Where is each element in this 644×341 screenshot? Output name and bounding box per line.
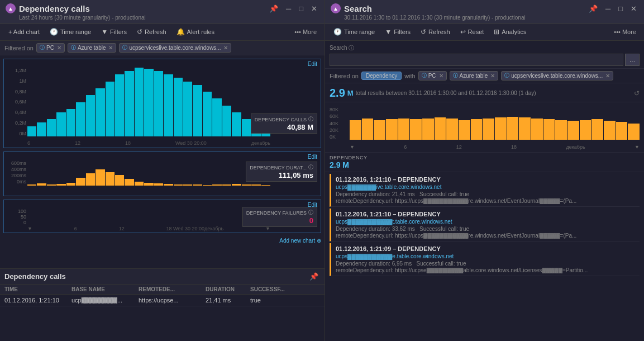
main-chart-edit[interactable]: Edit xyxy=(308,61,317,67)
left-toolbar: + Add chart 🕐 Time range ▼ Filters ↺ Ref… xyxy=(0,23,325,41)
right-chart-bar xyxy=(422,119,434,140)
right-filter-tag-pc-close[interactable]: ✕ xyxy=(439,73,443,79)
right-refresh-button[interactable]: ↺ Refresh xyxy=(417,26,454,37)
left-more-button[interactable]: ••• More xyxy=(291,27,320,37)
main-bar xyxy=(96,88,104,136)
right-pin-button[interactable]: 📌 xyxy=(587,4,599,13)
filter-tag-pc-close[interactable]: ✕ xyxy=(57,45,61,51)
right-chart-bar xyxy=(604,121,616,140)
cell-base: ucp▓▓▓▓▓▓▓▓... xyxy=(71,297,139,304)
right-filter-tag-url-close[interactable]: ✕ xyxy=(605,73,610,79)
right-filter-tag-url[interactable]: ⓘ ucpserviceslive.table.core.windows... … xyxy=(501,71,613,80)
result-item[interactable]: 01.12.2016, 1:21:10 – DEPENDENCY ucps▓▓▓… xyxy=(330,174,640,207)
search-input[interactable] xyxy=(330,54,623,66)
main-bar xyxy=(27,126,36,136)
right-toolbar: 🕐 Time range ▼ Filters ↺ Refresh ↩ Reset… xyxy=(325,23,644,41)
main-bar xyxy=(66,109,75,136)
result-url-2: ucps▓▓▓▓▓▓▓▓▓▓▓e.table.core.windows.net xyxy=(336,253,635,259)
time-range-button[interactable]: 🕐 Time range xyxy=(46,26,95,37)
right-reset-button[interactable]: ↩ Reset xyxy=(456,26,488,37)
result-summary: 2.9 M total results between 30.11.2016 1… xyxy=(325,83,644,102)
table-column-headers: TIME BASE NAME REMOTEDE... DURATION SUCC… xyxy=(0,285,325,295)
filter-tag-url-close[interactable]: ✕ xyxy=(223,45,228,51)
main-bar xyxy=(154,71,163,136)
add-new-chart-button[interactable]: Add new chart ⊕ xyxy=(0,236,325,245)
main-bar xyxy=(183,82,192,136)
right-chart-bar xyxy=(362,119,374,140)
left-maximize-button[interactable]: □ xyxy=(297,4,305,13)
duration-chart-edit[interactable]: Edit xyxy=(308,154,317,160)
right-chart-bar xyxy=(591,119,603,140)
result-count: 2.9 xyxy=(330,87,345,100)
right-chart-bar xyxy=(350,120,361,140)
filter-tag-azure[interactable]: ⓘ Azure table ✕ xyxy=(68,43,117,53)
add-chart-button[interactable]: + Add chart xyxy=(4,27,44,37)
left-charts-area: Edit 1,2M 1M 0,8M 0,6M 0,4M 0,2M 0M DEPE… xyxy=(0,55,325,268)
clock-icon: 🕐 xyxy=(50,28,58,36)
right-chart-bar xyxy=(616,122,628,140)
right-maximize-button[interactable]: □ xyxy=(617,4,624,13)
duration-bar xyxy=(27,184,36,186)
right-filter-tag-pc[interactable]: ⓘ PC ✕ xyxy=(418,71,447,80)
right-panel-title: Search xyxy=(344,4,372,13)
main-bar xyxy=(144,69,153,136)
search-more-button[interactable]: ... xyxy=(625,54,640,66)
result-url-0: ucps▓▓▓▓▓▓▓ive.table.core.windows.net xyxy=(336,184,635,190)
table-title: Dependency calls xyxy=(4,272,66,281)
right-chart-bar xyxy=(628,124,640,140)
right-filter-tag-azure[interactable]: ⓘ Azure table ✕ xyxy=(450,71,499,80)
right-chart-bar xyxy=(410,119,422,140)
left-minimize-button[interactable]: ─ xyxy=(284,4,293,13)
right-chart-y-labels: 80K 60K 40K 20K 0K xyxy=(330,107,347,140)
cell-duration: 21,41 ms xyxy=(206,297,250,304)
right-chart-bar xyxy=(555,120,567,140)
filter-tag-url[interactable]: ⓘ ucpserviceslive.table.core.windows... … xyxy=(119,43,231,53)
result-item[interactable]: 01.12.2016, 1:21:09 – DEPENDENCY ucps▓▓▓… xyxy=(330,243,640,276)
result-refresh-icon[interactable]: ↺ xyxy=(634,89,640,97)
result-url-1: ucps▓▓▓▓▓▓▓▓▓▓▓t.table.core.windows.net xyxy=(336,219,635,225)
duration-bar xyxy=(212,184,221,186)
right-chart-bar xyxy=(386,119,398,140)
filter-tag-azure-close[interactable]: ✕ xyxy=(108,45,113,51)
filter-tag-pc[interactable]: ⓘ PC ✕ xyxy=(36,43,65,53)
duration-bar xyxy=(115,175,124,186)
right-filter-tag-azure-close[interactable]: ✕ xyxy=(490,73,495,79)
analytics-button[interactable]: ⊞ Analytics xyxy=(490,26,530,37)
dependency-filter-tag[interactable]: Dependency xyxy=(361,72,402,80)
alert-rules-button[interactable]: 🔔 Alert rules xyxy=(173,26,219,37)
duration-bar xyxy=(251,184,260,186)
right-filter-bar: Filtered on Dependency with ⓘ PC ✕ ⓘ Azu… xyxy=(325,69,644,83)
left-panel-title: Dependency calls xyxy=(19,4,90,13)
main-bar xyxy=(222,106,231,136)
right-close-button[interactable]: ✕ xyxy=(629,4,638,13)
refresh-button[interactable]: ↺ Refresh xyxy=(133,26,170,37)
col-remote: REMOTEDE... xyxy=(139,286,206,292)
right-filters-button[interactable]: ▼ Filters xyxy=(381,26,414,37)
info-icon-fail: ⓘ xyxy=(308,209,313,216)
left-close-button[interactable]: ✕ xyxy=(309,4,319,13)
duration-bar xyxy=(66,183,75,186)
left-pin-button[interactable]: 📌 xyxy=(268,4,280,13)
duration-bar xyxy=(174,184,183,186)
duration-bar xyxy=(164,184,173,186)
search-label: Search ⓘ xyxy=(330,44,640,52)
right-time-range-button[interactable]: 🕐 Time range xyxy=(330,26,379,37)
duration-bar xyxy=(37,183,46,186)
failure-chart-value: 0 xyxy=(246,216,313,225)
reset-icon: ↩ xyxy=(460,28,466,36)
result-item[interactable]: 01.12.2016, 1:21:10 – DEPENDENCY ucps▓▓▓… xyxy=(330,209,640,241)
table-pin-icon[interactable]: 📌 xyxy=(308,272,320,281)
table-row[interactable]: 01.12.2016, 1:21:10 ucp▓▓▓▓▓▓▓▓... https… xyxy=(0,295,325,306)
main-chart-bars xyxy=(27,68,270,136)
dep-summary: DEPENDENCY 2.9 M xyxy=(325,153,644,172)
right-chart-bar xyxy=(471,119,483,140)
main-bar xyxy=(47,119,56,136)
filter-icon: ▼ xyxy=(101,28,108,36)
right-chart-bar xyxy=(543,119,555,140)
filters-button[interactable]: ▼ Filters xyxy=(97,26,131,37)
right-more-button[interactable]: ••• More xyxy=(610,27,640,37)
bell-icon: 🔔 xyxy=(176,28,185,36)
right-panel-icon: ▲ xyxy=(331,3,341,13)
right-minimize-button[interactable]: ─ xyxy=(604,4,612,13)
right-chart-bar xyxy=(567,121,579,140)
